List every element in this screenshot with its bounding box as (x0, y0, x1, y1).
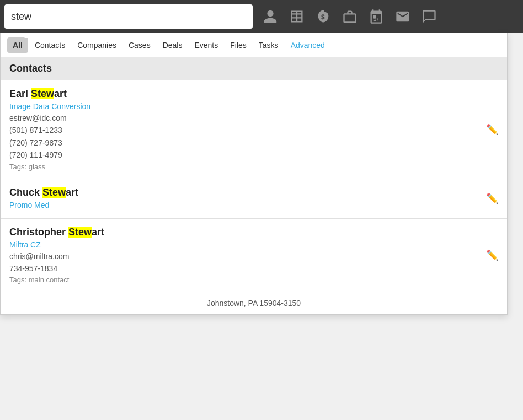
contact-row[interactable]: Earl Stewart Image Data Conversion estre… (1, 80, 507, 179)
contact-phone-1: (501) 871-1233 (9, 124, 498, 136)
tab-deals[interactable]: Deals (157, 37, 188, 53)
contact-company[interactable]: Image Data Conversion (9, 102, 498, 111)
tab-companies[interactable]: Companies (72, 37, 122, 53)
contact-name: Christopher Stewart (9, 227, 498, 238)
tab-contacts[interactable]: Contacts (29, 37, 71, 53)
contact-phone-1: 734-957-1834 (9, 262, 498, 274)
building-icon[interactable] (286, 7, 308, 26)
search-input[interactable] (4, 4, 253, 29)
contact-email: chris@miltra.com (9, 250, 498, 262)
name-before: Christopher (9, 227, 68, 238)
name-before: Earl (9, 88, 31, 99)
contact-email: estrew@idc.com (9, 112, 498, 124)
contact-name: Chuck Stewart (9, 187, 498, 198)
top-bar: 17 (0, 0, 523, 33)
edit-icon[interactable]: ✏️ (486, 123, 498, 136)
edit-icon[interactable]: ✏️ (486, 249, 498, 261)
svg-text:17: 17 (373, 17, 379, 22)
contact-name: Earl Stewart (9, 88, 498, 100)
contact-company[interactable]: Miltra CZ (9, 240, 498, 249)
email-icon[interactable] (392, 7, 414, 26)
bottom-hint: Johnstown, PA 15904-3150 (1, 292, 507, 314)
contact-phone-3: (720) 111-4979 (9, 149, 498, 161)
briefcase-icon[interactable] (339, 7, 361, 26)
contact-row[interactable]: Chuck Stewart Promo Med ✏️ (1, 179, 507, 219)
section-header-contacts: Contacts (1, 57, 507, 80)
tab-events[interactable]: Events (189, 37, 223, 53)
name-highlight: Stew (42, 187, 66, 198)
nav-icons: 17 (259, 7, 440, 26)
money-icon[interactable] (312, 7, 334, 26)
chat-icon[interactable] (418, 7, 440, 26)
name-highlight: Stew (31, 88, 54, 99)
search-pointer (24, 33, 35, 38)
contact-company[interactable]: Promo Med (9, 201, 498, 209)
calendar-icon[interactable]: 17 (365, 7, 387, 26)
tab-all[interactable]: All (7, 37, 28, 53)
tab-tasks[interactable]: Tasks (253, 37, 284, 53)
name-before: Chuck (9, 187, 42, 198)
contact-row[interactable]: Christopher Stewart Miltra CZ chris@milt… (1, 219, 507, 293)
tab-files[interactable]: Files (225, 37, 252, 53)
tab-advanced[interactable]: Advanced (285, 37, 330, 53)
tab-cases[interactable]: Cases (123, 37, 156, 53)
edit-icon[interactable]: ✏️ (486, 192, 498, 204)
contact-phone-2: (720) 727-9873 (9, 137, 498, 149)
contact-tags: Tags: main contact (9, 276, 498, 284)
contact-tags: Tags: glass (9, 163, 498, 171)
dropdown-panel: All Contacts Companies Cases Deals Event… (0, 33, 508, 315)
person-icon[interactable] (259, 7, 281, 26)
name-after: art (92, 227, 104, 238)
name-after: art (54, 88, 67, 99)
name-after: art (66, 187, 78, 198)
filter-tabs: All Contacts Companies Cases Deals Event… (1, 33, 507, 57)
name-highlight: Stew (68, 227, 92, 238)
